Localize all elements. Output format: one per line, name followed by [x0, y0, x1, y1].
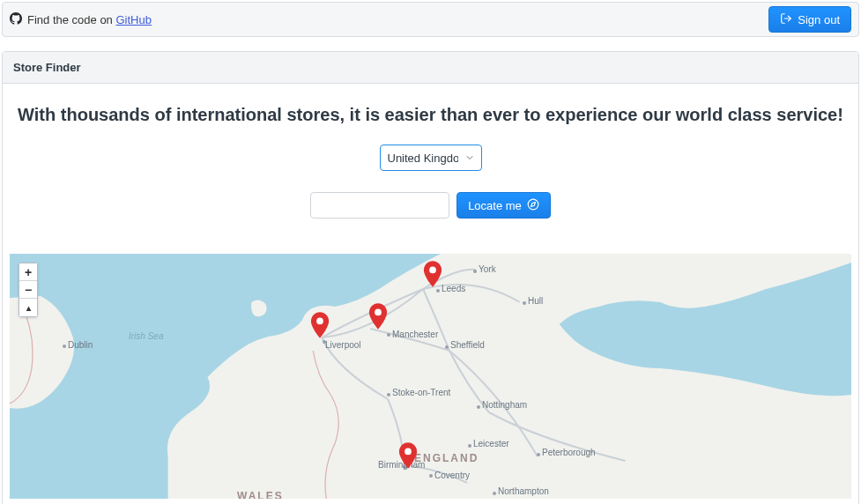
svg-point-3 — [429, 267, 436, 274]
zoom-out-button[interactable]: − — [19, 281, 37, 299]
city-label-leicester: Leicester — [473, 439, 509, 448]
city-label-nottingham: Nottingham — [482, 400, 527, 410]
map-pin-birmingham[interactable] — [398, 442, 418, 472]
svg-point-5 — [316, 318, 323, 325]
city-dot — [477, 405, 480, 409]
zoom-in-button[interactable]: + — [19, 263, 37, 281]
locate-row: Locate me — [10, 192, 851, 219]
city-label-manchester: Manchester — [392, 330, 438, 339]
sea-label: Irish Sea — [129, 331, 163, 341]
github-note: Find the code on GitHub — [10, 12, 152, 27]
sign-out-icon — [780, 12, 792, 27]
store-finder-panel: Store Finder With thousands of internati… — [2, 51, 859, 504]
city-label-northampton: Northampton — [498, 486, 549, 496]
panel-title: Store Finder — [3, 52, 858, 84]
locate-me-button[interactable]: Locate me — [456, 192, 551, 219]
map-pin-leeds[interactable] — [423, 261, 442, 291]
svg-point-1 — [528, 199, 538, 210]
city-label-dublin: Dublin — [68, 340, 93, 350]
map-pin-manchester[interactable] — [368, 303, 388, 333]
map-pin-liverpool[interactable] — [310, 312, 330, 342]
city-label-york: York — [479, 264, 496, 274]
sign-out-button[interactable]: Sign out — [768, 6, 851, 33]
country-select-wrap: United Kingdom — [380, 145, 482, 171]
city-label-peterborough: Peterborough — [542, 448, 596, 457]
top-bar: Find the code on GitHub Sign out — [2, 2, 859, 37]
region-label-wales: WALES — [237, 490, 284, 499]
panel-body: With thousands of international stores, … — [3, 84, 858, 504]
github-link[interactable]: GitHub — [115, 13, 151, 26]
city-label-hull: Hull — [528, 296, 543, 306]
hero-headline: With thousands of international stores, … — [10, 105, 851, 125]
sign-out-label: Sign out — [798, 13, 840, 26]
github-icon — [10, 12, 22, 27]
city-label-sheffield: Sheffield — [450, 340, 485, 350]
city-dot — [537, 453, 540, 456]
city-label-liverpool: Liverpool — [325, 340, 361, 350]
city-dot — [63, 345, 66, 348]
country-select[interactable]: United Kingdom — [380, 145, 482, 171]
svg-marker-2 — [531, 202, 535, 206]
city-dot — [429, 474, 433, 478]
city-label-coventry: Coventry — [434, 471, 470, 480]
city-dot — [523, 301, 526, 305]
city-dot — [387, 333, 390, 337]
locate-me-label: Locate me — [468, 199, 522, 212]
svg-point-6 — [405, 448, 412, 456]
compass-icon — [527, 198, 539, 213]
city-label-stoke: Stoke-on-Trent — [392, 388, 450, 397]
map-zoom-controls: + − ▴ — [19, 263, 38, 317]
zoom-reset-button[interactable]: ▴ — [19, 299, 37, 316]
city-dot — [387, 393, 390, 397]
github-note-text: Find the code on GitHub — [27, 13, 152, 26]
location-input[interactable] — [310, 192, 449, 219]
city-dot — [493, 492, 496, 495]
svg-point-4 — [375, 309, 382, 316]
city-dot — [468, 444, 471, 448]
map[interactable]: Irish Sea WALES ENGLAND York Leeds Hull … — [10, 254, 851, 499]
city-dot — [473, 270, 477, 273]
city-dot — [445, 345, 449, 349]
city-label-leeds: Leeds — [442, 284, 465, 293]
